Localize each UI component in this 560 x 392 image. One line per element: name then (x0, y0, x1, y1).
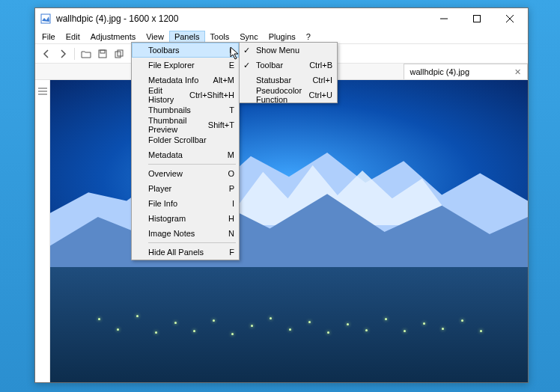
app-icon (40, 13, 52, 25)
menu-file[interactable]: File (37, 31, 61, 43)
menu-item-folder-scrollbar[interactable]: Folder Scrollbar (132, 132, 239, 147)
menu-tools[interactable]: Tools (205, 31, 235, 43)
maximize-button[interactable] (460, 8, 493, 29)
tab-label: wallhdpic (4).jpg (410, 67, 469, 76)
menu-item-pseudocolor[interactable]: Pseudocolor Function Ctrl+U (240, 88, 337, 102)
toolbars-submenu: ✓ Show Menu ✓ Toolbar Ctrl+B Statusbar C… (239, 42, 338, 103)
tab-close-icon[interactable]: ✕ (514, 67, 521, 77)
toolbar-separator (74, 48, 75, 60)
menu-item-statusbar[interactable]: Statusbar Ctrl+I (240, 73, 337, 88)
menu-item-metadata[interactable]: MetadataM (132, 147, 239, 162)
menu-adjustments[interactable]: Adjustments (85, 31, 141, 43)
check-icon: ✓ (243, 61, 250, 70)
menu-item-hide-all-panels[interactable]: Hide All PanelsF (132, 245, 239, 260)
check-icon: ✓ (243, 46, 250, 55)
close-button[interactable] (493, 8, 526, 29)
menu-item-player[interactable]: PlayerP (132, 181, 239, 196)
left-rail (35, 80, 50, 382)
titlebar: wallhdpic (4).jpg - 1600 x 1200 (35, 8, 528, 29)
submenu-arrow-icon: ▶ (230, 46, 235, 54)
menu-item-thumbnails[interactable]: ThumbnailsT (132, 102, 239, 117)
minimize-button[interactable] (427, 8, 460, 29)
window-controls (427, 8, 526, 29)
menu-item-show-menu[interactable]: ✓ Show Menu (240, 43, 337, 58)
content-row (35, 80, 528, 382)
menu-help[interactable]: ? (301, 31, 316, 43)
window-title: wallhdpic (4).jpg - 1600 x 1200 (56, 13, 427, 24)
file-tab[interactable]: wallhdpic (4).jpg ✕ (404, 64, 528, 79)
menu-item-file-explorer[interactable]: File ExplorerE (132, 58, 239, 73)
menu-item-overview[interactable]: OverviewO (132, 166, 239, 181)
hamburger-icon[interactable] (36, 85, 49, 98)
menu-sync[interactable]: Sync (234, 31, 263, 43)
svg-rect-2 (474, 16, 481, 22)
menu-edit[interactable]: Edit (61, 31, 85, 43)
menu-panels[interactable]: Panels (169, 31, 205, 43)
menu-item-edit-history[interactable]: Edit HistoryCtrl+Shift+H (132, 88, 239, 102)
nav-back-icon[interactable] (40, 47, 53, 61)
menu-separator (148, 242, 236, 243)
menu-item-toolbars[interactable]: Toolbars ▶ (132, 43, 239, 58)
save-icon[interactable] (96, 47, 109, 61)
menu-item-image-notes[interactable]: Image NotesN (132, 226, 239, 241)
menu-item-metadata-info[interactable]: Metadata InfoAlt+M (132, 73, 239, 88)
copy-icon[interactable] (112, 47, 126, 61)
nav-forward-icon[interactable] (56, 47, 70, 61)
menu-item-thumbnail-preview[interactable]: Thumbnail PreviewShift+T (132, 117, 239, 132)
folder-icon[interactable] (79, 47, 93, 61)
menu-view[interactable]: View (141, 31, 169, 43)
displayed-image (50, 80, 528, 382)
menu-plugins[interactable]: Plugins (264, 31, 301, 43)
menu-item-file-info[interactable]: File InfoI (132, 196, 239, 211)
menu-item-toolbar[interactable]: ✓ Toolbar Ctrl+B (240, 58, 337, 73)
svg-rect-6 (100, 50, 105, 53)
image-viewer[interactable] (50, 80, 528, 382)
menu-item-histogram[interactable]: HistogramH (132, 211, 239, 226)
panels-dropdown: Toolbars ▶ File ExplorerE Metadata InfoA… (131, 42, 240, 260)
menu-separator (148, 164, 236, 165)
